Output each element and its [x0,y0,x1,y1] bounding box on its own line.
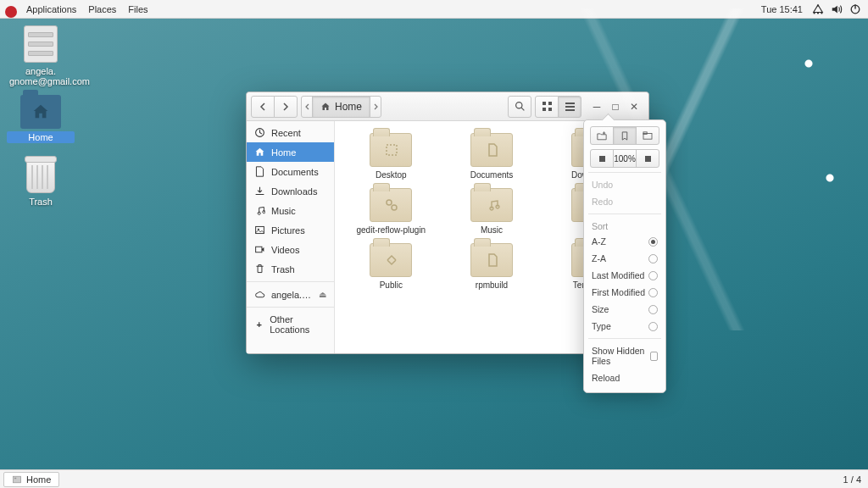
file-item[interactable]: Desktop [342,133,441,180]
view-list-button[interactable] [558,96,581,118]
path-bar: Home [301,96,381,118]
search-icon [515,101,526,112]
back-button[interactable] [251,96,275,118]
svg-rect-22 [643,132,647,135]
sidebar-item-documents[interactable]: Documents [247,162,334,181]
reload-item[interactable]: Reload [590,369,659,386]
file-manager-window: Home ─ □ ✕ Recent Home Documents Downloa… [246,92,649,354]
svg-rect-8 [548,102,552,105]
svg-rect-9 [542,108,546,111]
svg-point-1 [817,12,819,14]
new-tab-button[interactable] [636,126,659,145]
nav-buttons [251,96,298,118]
view-icons-button[interactable] [535,96,559,118]
zoom-out-icon [598,155,606,163]
zoom-level[interactable]: 100% [613,149,637,168]
svg-point-2 [821,12,822,14]
cloud-icon [254,289,265,300]
sidebar-item-other-locations[interactable]: +Other Locations [247,310,334,339]
desktop-icon-server[interactable]: angela. gnome@gmail.com [7,25,75,87]
sort-option[interactable]: A-Z [590,233,659,250]
desktop: Applications Places Files Tue 15:41 ange… [0,0,868,488]
download-icon [254,186,265,197]
menu-files[interactable]: Files [122,0,153,19]
zoom-out-button[interactable] [590,149,614,168]
workspace-indicator[interactable]: 1 / 4 [843,474,861,485]
sort-option[interactable]: Z-A [590,250,659,267]
radio-icon [648,288,658,297]
radio-icon [648,271,658,280]
sidebar-item-music[interactable]: Music [247,201,334,220]
taskbar-entry[interactable]: Home [3,472,59,487]
minimize-button[interactable]: ─ [592,102,602,112]
file-item[interactable]: gedit-reflow-plugin [342,188,441,235]
svg-point-19 [387,200,392,205]
file-label: Music [481,225,503,235]
sort-heading: Sort [590,218,659,233]
svg-rect-7 [542,102,546,105]
server-icon [24,25,58,63]
network-icon[interactable] [811,0,825,19]
folder-icon [370,133,412,167]
desktop-icon-trash[interactable]: Trash [7,159,75,208]
close-button[interactable]: ✕ [629,102,639,112]
sidebar-item-account[interactable]: angela.gnome…⏏ [247,285,334,304]
clock[interactable]: Tue 15:41 [755,0,809,19]
plus-icon: + [254,319,264,330]
sidebar-item-home[interactable]: Home [247,142,334,162]
forward-button[interactable] [274,96,298,118]
sort-option[interactable]: First Modified [590,284,659,301]
sidebar-item-videos[interactable]: Videos [247,240,334,259]
home-icon [254,147,265,158]
svg-rect-25 [14,476,21,483]
svg-rect-23 [599,156,605,162]
svg-rect-13 [565,109,575,111]
folder-icon [470,133,513,167]
clock-icon [254,127,265,138]
path-segment-home[interactable]: Home [312,96,370,118]
file-item[interactable]: Documents [442,133,542,180]
file-item[interactable]: Music [442,188,542,235]
new-folder-button[interactable] [590,126,614,145]
svg-rect-26 [14,477,16,479]
file-item[interactable]: rpmbuild [442,243,542,290]
svg-rect-18 [387,145,397,155]
search-button[interactable] [508,96,531,118]
view-options-popover: 100% Undo Redo Sort A-ZZ-ALast ModifiedF… [583,119,666,393]
show-hidden-toggle[interactable]: Show Hidden Files [590,342,659,369]
view-switcher [535,96,581,118]
eject-icon[interactable]: ⏏ [319,290,326,299]
svg-rect-5 [854,4,855,8]
checkbox-icon [650,352,658,361]
path-next-button[interactable] [370,96,381,118]
sidebar-item-pictures[interactable]: Pictures [247,220,334,240]
distro-logo-icon [5,6,17,18]
folder-icon [370,188,412,222]
svg-rect-10 [548,108,552,111]
bookmark-button[interactable] [613,126,637,145]
bookmark-icon [620,131,629,141]
sort-option[interactable]: Type [590,318,659,335]
sort-option[interactable]: Size [590,301,659,318]
top-panel: Applications Places Files Tue 15:41 [0,0,868,19]
menu-applications[interactable]: Applications [20,0,82,19]
trash-icon [254,263,265,274]
radio-icon [648,305,658,314]
sidebar-item-trash[interactable]: Trash [247,259,334,279]
power-icon[interactable] [849,0,862,19]
desktop-icon-home[interactable]: Home [7,95,75,143]
radio-icon [648,322,658,331]
volume-icon[interactable] [830,0,843,19]
file-item[interactable]: Public [342,243,441,290]
home-folder-icon [20,95,61,129]
maximize-button[interactable]: □ [610,102,620,112]
path-prev-button[interactable] [301,96,313,118]
sidebar-item-downloads[interactable]: Downloads [247,181,334,201]
sidebar-item-recent[interactable]: Recent [247,123,334,142]
sort-option[interactable]: Last Modified [590,267,659,284]
list-icon [565,101,576,112]
menu-places[interactable]: Places [82,0,122,19]
zoom-in-button[interactable] [636,149,659,168]
folder-icon [370,243,412,277]
tab-icon [643,131,653,140]
